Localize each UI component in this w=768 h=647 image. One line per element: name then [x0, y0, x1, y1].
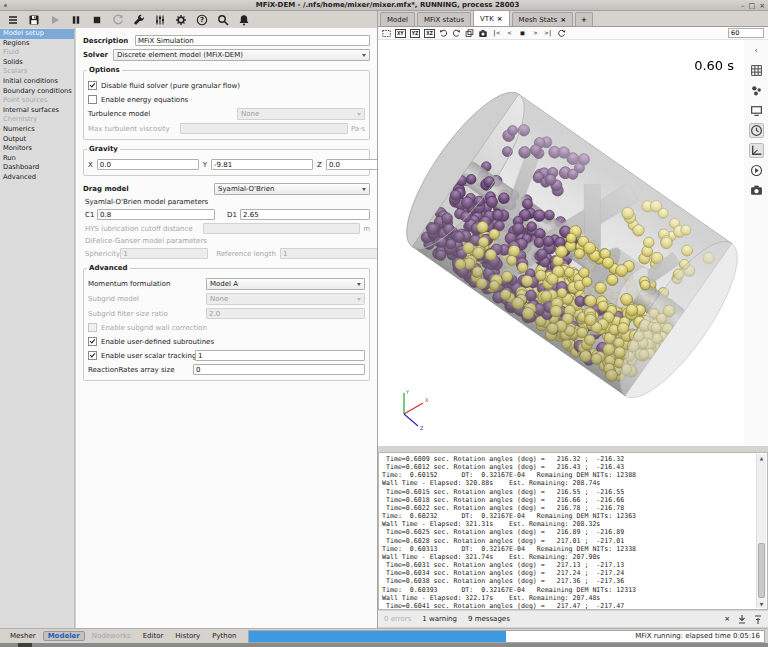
console-scrollbar[interactable]: ▲ ▼	[756, 454, 766, 608]
udf-label: Enable user-defined subroutines	[101, 338, 214, 346]
menu-icon[interactable]	[6, 13, 19, 26]
sidebar-item-output[interactable]: Output	[0, 135, 74, 145]
tab-vtk[interactable]: VTK×	[473, 10, 510, 26]
stop-icon[interactable]	[90, 13, 103, 26]
drag-model-select[interactable]: Syamlal-O'Brien	[214, 183, 370, 195]
gravity-z-input[interactable]	[326, 159, 377, 170]
next-frame-icon[interactable]: >	[531, 28, 540, 38]
minimize-button[interactable]: –	[741, 2, 745, 10]
mode-tab-modeler[interactable]: Modeler	[43, 631, 85, 641]
udf-checkbox[interactable]	[88, 337, 97, 346]
sidebar-item-solids[interactable]: Solids	[0, 58, 74, 68]
warnings-count[interactable]: 1 warning	[422, 615, 457, 623]
strip-segment	[18, 643, 32, 647]
console-line: Time=0.6034 sec. Rotation angles (deg) =…	[382, 569, 755, 577]
sidebar-item-internal-surfaces[interactable]: Internal surfaces	[0, 106, 74, 116]
gear-icon[interactable]	[174, 13, 187, 26]
solver-select[interactable]: Discrete element model (MFiX-DEM)	[113, 49, 370, 61]
reset-icon[interactable]	[111, 13, 124, 26]
sidebar-item-run[interactable]: Run	[0, 154, 74, 164]
scroll-to-top-icon[interactable]	[754, 615, 762, 624]
mode-tab-mesher[interactable]: Mesher	[5, 632, 41, 640]
chevron-down-icon	[357, 298, 361, 301]
close-tab-icon[interactable]: ×	[497, 15, 503, 23]
wrench-icon[interactable]	[132, 13, 145, 26]
sidebar-item-initial-conditions[interactable]: Initial conditions	[0, 77, 74, 87]
first-frame-icon[interactable]: |<	[492, 28, 501, 38]
clock-icon[interactable]	[749, 123, 764, 138]
tab-model[interactable]: Model	[380, 12, 415, 26]
scroll-down-icon[interactable]: ▼	[757, 600, 766, 608]
scalar-count-input[interactable]	[195, 350, 365, 361]
perspective-icon[interactable]	[465, 28, 474, 38]
scalar-tracking-checkbox[interactable]	[88, 351, 97, 360]
difelice-params-label: DiFelice-Ganser model parameters	[85, 237, 370, 245]
errors-count[interactable]: 0 errors	[384, 615, 411, 623]
sidebar-item-regions[interactable]: Regions	[0, 39, 74, 49]
scroll-to-bottom-icon[interactable]	[738, 615, 746, 624]
save-icon[interactable]	[27, 13, 40, 26]
play-icon[interactable]	[48, 13, 61, 26]
gravity-x-input[interactable]	[97, 159, 199, 170]
help-icon[interactable]: ?	[195, 13, 208, 26]
close-tab-icon[interactable]: ×	[560, 16, 566, 24]
mixer-drum	[388, 77, 744, 413]
messages-count[interactable]: 9 messages	[468, 615, 510, 623]
close-button[interactable]: ×	[759, 2, 765, 10]
vtk-viewport[interactable]: YXZ 0.60 s	[378, 40, 744, 446]
d1-input[interactable]	[240, 209, 370, 220]
sidebar-item-monitors[interactable]: Monitors	[0, 144, 74, 154]
sidebar-item-numerics[interactable]: Numerics	[0, 125, 74, 135]
run-status-text: MFiX running: elapsed time 0:05:16	[635, 631, 760, 642]
prev-frame-icon[interactable]: <	[505, 28, 514, 38]
collapse-icon[interactable]: ‹	[749, 43, 764, 58]
mode-tab-python[interactable]: Python	[207, 632, 241, 640]
rotate-left-icon[interactable]	[439, 28, 448, 38]
sliders-icon[interactable]	[153, 13, 166, 26]
scroll-up-icon[interactable]: ▲	[757, 454, 766, 462]
clear-console-icon[interactable]: ×	[724, 615, 730, 623]
playback-speed-input[interactable]	[728, 28, 764, 38]
c1-input[interactable]	[97, 209, 215, 220]
sidebar-item-boundary-conditions[interactable]: Boundary conditions	[0, 87, 74, 97]
bottom-bar: MesherModelerNodeworksEditorHistoryPytho…	[0, 628, 768, 643]
bell-icon[interactable]	[237, 13, 250, 26]
tab-mesh-stats[interactable]: Mesh Stats×	[512, 12, 573, 26]
display-icon[interactable]	[749, 103, 764, 118]
subgrid-wall-checkbox	[88, 323, 97, 332]
fit-view-icon[interactable]	[382, 28, 391, 38]
last-frame-icon[interactable]: >|	[544, 28, 553, 38]
description-input[interactable]	[135, 35, 370, 46]
scrollbar-thumb[interactable]	[758, 543, 765, 597]
pause-icon[interactable]	[69, 13, 82, 26]
sidebar-item-fluid: Fluid	[0, 48, 74, 58]
stop-playback-icon[interactable]: ■	[518, 28, 527, 38]
new-tab-button[interactable]: +	[575, 12, 593, 26]
rotate-right-icon[interactable]	[452, 28, 461, 38]
energy-equations-checkbox[interactable]	[88, 95, 97, 104]
play-circle-icon[interactable]	[749, 163, 764, 178]
reload-icon[interactable]	[557, 28, 566, 38]
reaction-rates-input[interactable]	[193, 364, 365, 375]
disable-fluid-checkbox[interactable]	[88, 81, 97, 90]
sidebar-item-model-setup[interactable]: Model setup	[0, 29, 74, 39]
momentum-select[interactable]: Model A	[206, 278, 365, 290]
gravity-y-input[interactable]	[211, 159, 313, 170]
search-icon[interactable]	[216, 13, 229, 26]
console-output[interactable]: Time=0.6009 sec. Rotation angles (deg) =…	[378, 452, 768, 610]
console-line: Wall Time - Elapsed: 322.17s Est. Remain…	[382, 594, 755, 602]
mode-tab-history[interactable]: History	[170, 632, 205, 640]
axes-icon[interactable]	[749, 143, 764, 158]
view-xy-icon[interactable]: XY	[395, 28, 406, 38]
sidebar-item-advanced[interactable]: Advanced	[0, 173, 74, 183]
snapshot-icon[interactable]	[478, 28, 488, 38]
grid-icon[interactable]	[749, 63, 764, 78]
tab-mfix-status[interactable]: MFiX status	[417, 12, 471, 26]
sidebar-item-dashboard[interactable]: Dashboard	[0, 163, 74, 173]
camera-icon[interactable]	[749, 183, 764, 198]
particles-icon[interactable]	[749, 83, 764, 98]
maximize-button[interactable]: □	[749, 2, 756, 10]
view-xz-icon[interactable]: XZ	[424, 28, 435, 38]
view-yz-icon[interactable]: YZ	[410, 28, 421, 38]
mode-tab-editor[interactable]: Editor	[138, 632, 169, 640]
